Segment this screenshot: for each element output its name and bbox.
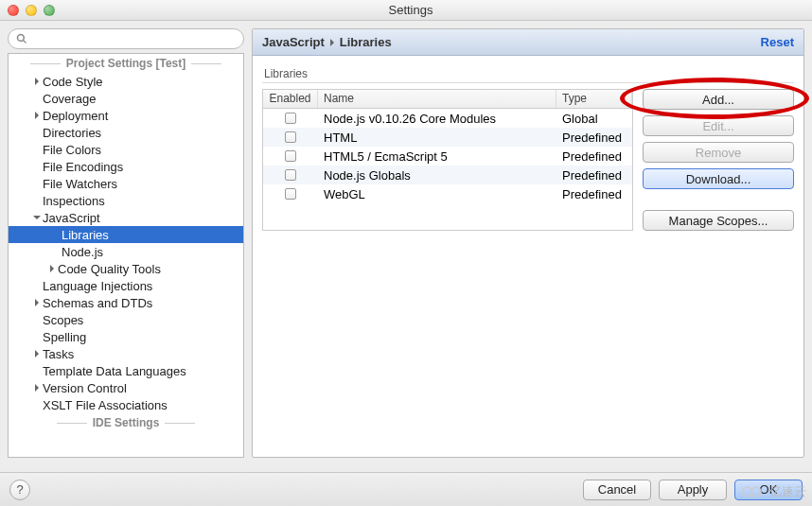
tree-item-label: File Watchers <box>43 177 117 191</box>
tree-item[interactable]: File Watchers <box>9 175 243 192</box>
checkbox[interactable] <box>285 113 296 124</box>
cell-name: Node.js Globals <box>318 168 556 183</box>
col-name[interactable]: Name <box>318 90 556 108</box>
settings-tree[interactable]: Project Settings [Test] Code StyleCovera… <box>8 53 244 458</box>
tree-item-label: Directories <box>43 126 101 140</box>
libraries-table[interactable]: Enabled Name Type Node.js v0.10.26 Core … <box>262 89 633 231</box>
tree-item[interactable]: Language Injections <box>9 277 243 294</box>
tree-item-label: Spelling <box>43 330 86 344</box>
tree-item[interactable]: Version Control <box>9 379 243 396</box>
edit-button[interactable]: Edit... <box>643 115 794 136</box>
tree-section-project: Project Settings [Test] <box>9 54 243 73</box>
tree-arrow-icon <box>31 350 43 358</box>
tree-item-label: Scopes <box>43 313 83 327</box>
col-enabled[interactable]: Enabled <box>263 90 318 108</box>
tree-item-label: Node.js <box>62 245 103 259</box>
tree-item[interactable]: XSLT File Associations <box>9 396 243 413</box>
cell-type: Predefined <box>556 131 632 145</box>
tree-item[interactable]: File Encodings <box>9 158 243 175</box>
search-icon <box>16 33 27 44</box>
tree-item[interactable]: Libraries <box>9 226 243 243</box>
breadcrumb: JavaScript Libraries Reset <box>253 29 803 56</box>
download-button[interactable]: Download... <box>643 168 794 189</box>
tree-item-label: XSLT File Associations <box>43 398 168 412</box>
tree-arrow-icon <box>31 384 43 392</box>
tree-item-label: File Colors <box>43 143 101 157</box>
cell-type: Predefined <box>556 168 632 183</box>
tree-item-label: Code Style <box>43 75 103 89</box>
tree-item[interactable]: Inspections <box>9 192 243 209</box>
cell-type: Predefined <box>556 149 632 164</box>
tree-item[interactable]: Tasks <box>9 345 243 362</box>
col-type[interactable]: Type <box>556 90 632 108</box>
tree-item[interactable]: Coverage <box>9 90 243 107</box>
tree-item[interactable]: Directories <box>9 124 243 141</box>
tree-item[interactable]: Schemas and DTDs <box>9 294 243 311</box>
checkbox[interactable] <box>285 169 296 181</box>
table-row[interactable]: Node.js GlobalsPredefined <box>263 166 632 184</box>
tree-item[interactable]: Node.js <box>9 243 243 260</box>
tree-item[interactable]: Code Quality Tools <box>9 260 243 277</box>
tree-section-ide: IDE Settings <box>9 413 243 432</box>
checkbox[interactable] <box>285 188 296 200</box>
watermark: 亿速云 <box>741 483 806 500</box>
tree-arrow-icon <box>31 214 43 221</box>
cell-name: Node.js v0.10.26 Core Modules <box>318 112 556 126</box>
breadcrumb-root[interactable]: JavaScript <box>262 35 325 49</box>
tree-arrow-icon <box>31 112 43 119</box>
add-button[interactable]: Add... <box>643 89 794 110</box>
reset-link[interactable]: Reset <box>761 35 794 49</box>
manage-scopes-button[interactable]: Manage Scopes... <box>643 210 794 231</box>
table-row[interactable]: HTMLPredefined <box>263 128 632 147</box>
tree-item-label: Template Data Languages <box>43 364 186 378</box>
tree-item-label: Coverage <box>43 92 96 106</box>
tree-item-label: Schemas and DTDs <box>43 296 152 310</box>
help-button[interactable]: ? <box>9 480 30 500</box>
tree-item[interactable]: Scopes <box>9 311 243 328</box>
tree-arrow-icon <box>31 299 43 306</box>
cell-type: Global <box>556 112 632 126</box>
checkbox[interactable] <box>285 131 296 143</box>
tree-item-label: Code Quality Tools <box>58 262 161 276</box>
tree-arrow-icon <box>31 78 43 85</box>
tree-item-label: Version Control <box>43 381 127 395</box>
cell-name: HTML <box>318 131 556 145</box>
tree-item[interactable]: Template Data Languages <box>9 362 243 379</box>
table-row[interactable]: HTML5 / EcmaScript 5Predefined <box>263 147 632 166</box>
cancel-button[interactable]: Cancel <box>583 480 651 500</box>
breadcrumb-leaf: Libraries <box>340 35 392 49</box>
tree-item-label: Inspections <box>43 194 105 208</box>
tree-item-label: Deployment <box>43 109 108 123</box>
tree-item[interactable]: Spelling <box>9 328 243 345</box>
window-title: Settings <box>17 3 804 17</box>
chevron-right-icon <box>328 35 336 49</box>
cell-name: HTML5 / EcmaScript 5 <box>318 149 556 164</box>
tree-item[interactable]: Code Style <box>9 73 243 90</box>
tree-item[interactable]: JavaScript <box>9 209 243 226</box>
tree-item-label: JavaScript <box>43 211 100 225</box>
cell-name: WebGL <box>318 187 556 201</box>
panel-label: Libraries <box>262 67 794 80</box>
remove-button[interactable]: Remove <box>643 142 794 163</box>
table-row[interactable]: WebGLPredefined <box>263 184 632 203</box>
table-header: Enabled Name Type <box>263 90 632 109</box>
title-bar: Settings <box>0 0 812 21</box>
tree-item-label: Libraries <box>62 228 109 242</box>
checkbox[interactable] <box>285 150 296 162</box>
search-field-wrapper[interactable] <box>8 28 244 49</box>
tree-item[interactable]: Deployment <box>9 107 243 124</box>
tree-item-label: Tasks <box>43 347 74 361</box>
tree-item-label: Language Injections <box>43 279 152 293</box>
cell-type: Predefined <box>556 187 632 201</box>
tree-item-label: File Encodings <box>43 160 123 174</box>
search-input[interactable] <box>31 32 236 45</box>
bottom-bar: ? Cancel Apply OK <box>0 472 812 506</box>
apply-button[interactable]: Apply <box>659 480 727 500</box>
table-row[interactable]: Node.js v0.10.26 Core ModulesGlobal <box>263 109 632 128</box>
tree-arrow-icon <box>46 265 58 272</box>
tree-item[interactable]: File Colors <box>9 141 243 158</box>
